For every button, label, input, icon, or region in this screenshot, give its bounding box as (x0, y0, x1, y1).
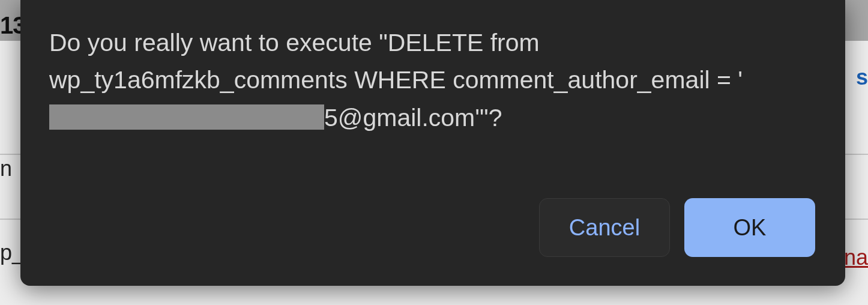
background-text-right-3: na (844, 245, 868, 270)
dialog-message: Do you really want to execute "DELETE fr… (49, 24, 816, 136)
background-text-left-2: n (0, 156, 12, 181)
ok-button[interactable]: OK (684, 198, 815, 257)
dialog-button-row: Cancel OK (49, 198, 816, 262)
dialog-redacted-tail: 5 (324, 104, 338, 131)
confirm-dialog: Do you really want to execute "DELETE fr… (20, 0, 845, 286)
background-link-right: s (856, 65, 868, 90)
redacted-email-local (49, 104, 324, 130)
dialog-message-post: @gmail.com'"? (338, 104, 502, 131)
dialog-message-pre: Do you really want to execute "DELETE fr… (49, 29, 743, 94)
cancel-button[interactable]: Cancel (539, 198, 670, 257)
